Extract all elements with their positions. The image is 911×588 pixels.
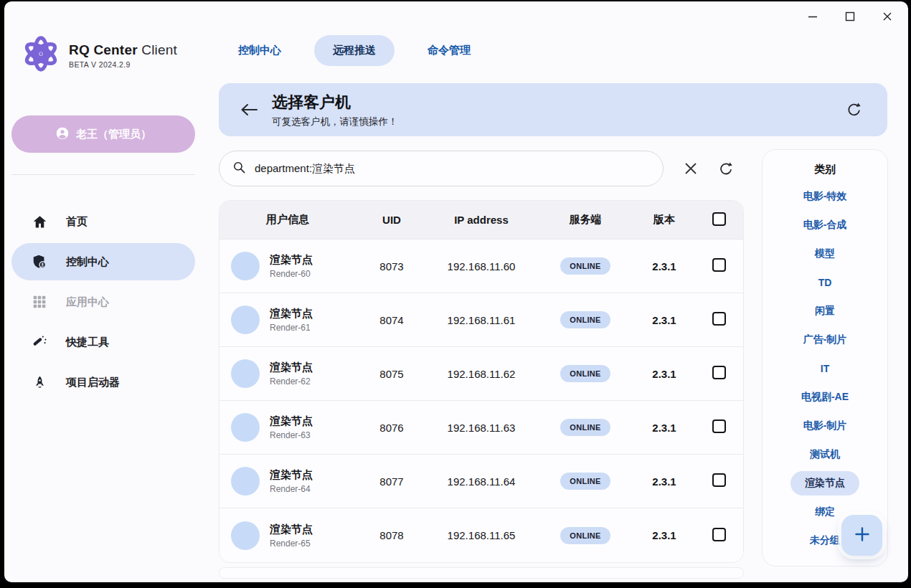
client-name: 渲染节点 bbox=[270, 414, 313, 428]
clear-search-icon[interactable] bbox=[679, 157, 702, 180]
client-version: 2.3.1 bbox=[636, 422, 693, 434]
row-checkbox[interactable] bbox=[712, 258, 726, 272]
client-ip: 192.168.11.64 bbox=[428, 475, 535, 488]
row-checkbox[interactable] bbox=[712, 528, 726, 541]
client-avatar bbox=[231, 305, 260, 334]
category-label: 绑定 bbox=[801, 500, 849, 524]
client-uid: 8073 bbox=[356, 260, 428, 272]
category-item[interactable]: 模型 bbox=[763, 240, 887, 268]
brand-name: RQ Center Client bbox=[69, 42, 177, 58]
client-hostname: Render-64 bbox=[270, 484, 313, 494]
client-uid: 8078 bbox=[356, 529, 428, 541]
tab-command-management[interactable]: 命令管理 bbox=[422, 35, 476, 66]
status-badge: ONLINE bbox=[560, 473, 610, 490]
client-uid: 8077 bbox=[356, 475, 428, 488]
sidebar-item-label: 项目启动器 bbox=[66, 376, 120, 389]
category-label: 电影-制片 bbox=[789, 414, 862, 438]
category-panel: 类别 电影-特效 电影-合成 模型 TD 闲置 广告-制片 bbox=[762, 149, 888, 566]
magic-wand-icon bbox=[32, 334, 47, 350]
plus-icon bbox=[854, 526, 871, 546]
category-item[interactable]: 广告-制片 bbox=[763, 326, 887, 354]
top-tabs: 控制中心 远程推送 命令管理 bbox=[232, 33, 476, 67]
row-checkbox[interactable] bbox=[712, 312, 726, 326]
client-hostname: Render-62 bbox=[270, 376, 313, 387]
status-badge: ONLINE bbox=[560, 419, 610, 436]
category-panel-title: 类别 bbox=[763, 163, 887, 176]
client-avatar bbox=[231, 521, 260, 550]
back-button[interactable] bbox=[236, 97, 262, 123]
tab-control-center[interactable]: 控制中心 bbox=[232, 35, 287, 66]
table-row: 渲染节点 Render-65 8078 192.168.11.65 ONLINE… bbox=[220, 508, 743, 562]
client-version: 2.3.1 bbox=[636, 314, 693, 326]
table-row: 渲染节点 Render-62 8075 192.168.11.62 ONLINE… bbox=[220, 347, 743, 401]
sidebar-item-project-launcher[interactable]: 项目启动器 bbox=[11, 364, 195, 401]
maximize-button[interactable] bbox=[842, 9, 858, 24]
category-item[interactable]: 电影-合成 bbox=[763, 211, 887, 240]
client-hostname: Render-61 bbox=[270, 323, 313, 333]
client-uid: 8076 bbox=[356, 422, 428, 434]
window-controls bbox=[796, 6, 904, 27]
sidebar: RQ Center Client BETA V 2024.2.9 老王（管理员）… bbox=[4, 1, 214, 582]
client-hostname: Render-65 bbox=[270, 539, 313, 549]
category-item[interactable]: 电视剧-AE bbox=[763, 383, 887, 412]
client-name: 渲染节点 bbox=[270, 307, 313, 321]
client-ip: 192.168.11.62 bbox=[428, 368, 535, 380]
category-label: 测试机 bbox=[796, 442, 854, 467]
category-item[interactable]: IT bbox=[763, 354, 887, 383]
status-badge: ONLINE bbox=[560, 365, 610, 382]
search-icon bbox=[232, 161, 246, 177]
category-item[interactable]: 电影-制片 bbox=[763, 412, 887, 440]
grid-icon bbox=[32, 294, 47, 310]
search-refresh-icon[interactable] bbox=[714, 157, 737, 180]
client-avatar bbox=[231, 252, 260, 280]
client-ip: 192.168.11.60 bbox=[428, 260, 535, 272]
category-label: 电影-特效 bbox=[789, 184, 862, 209]
sidebar-item-quick-tools[interactable]: 快捷工具 bbox=[11, 323, 195, 361]
category-label: 渲染节点 bbox=[790, 471, 859, 495]
search-input[interactable] bbox=[255, 163, 650, 175]
status-badge: ONLINE bbox=[560, 527, 610, 544]
select-all-checkbox[interactable] bbox=[712, 212, 726, 226]
client-avatar bbox=[231, 413, 260, 442]
next-card-peek bbox=[219, 567, 744, 579]
category-item[interactable]: 电影-特效 bbox=[763, 182, 887, 211]
sidebar-item-label: 快捷工具 bbox=[66, 336, 109, 349]
client-name: 渲染节点 bbox=[270, 523, 313, 536]
category-item[interactable]: TD bbox=[763, 268, 887, 297]
user-badge[interactable]: 老王（管理员） bbox=[11, 115, 195, 153]
user-name: 老王（管理员） bbox=[76, 128, 151, 141]
status-badge: ONLINE bbox=[560, 311, 610, 328]
client-avatar bbox=[231, 359, 260, 388]
minimize-button[interactable] bbox=[805, 9, 821, 24]
table-row: 渲染节点 Render-60 8073 192.168.11.60 ONLINE… bbox=[220, 240, 743, 293]
close-button[interactable] bbox=[879, 9, 895, 24]
app-logo: RQ Center Client BETA V 2024.2.9 bbox=[20, 33, 177, 77]
column-user-info: 用户信息 bbox=[220, 213, 356, 227]
category-item[interactable]: 测试机 bbox=[763, 440, 887, 469]
row-checkbox[interactable] bbox=[712, 366, 726, 379]
add-category-button[interactable] bbox=[841, 515, 882, 556]
client-table: 用户信息 UID IP address 服务端 版本 渲染节点 Render-6… bbox=[219, 200, 744, 563]
client-uid: 8074 bbox=[356, 314, 428, 326]
category-label: 电影-合成 bbox=[789, 213, 862, 237]
search-box[interactable] bbox=[219, 151, 664, 186]
sidebar-item-label: 应用中心 bbox=[66, 295, 109, 309]
client-version: 2.3.1 bbox=[636, 529, 693, 541]
user-icon bbox=[55, 126, 70, 143]
tab-remote-push[interactable]: 远程推送 bbox=[314, 35, 395, 66]
page-title: 选择客户机 bbox=[272, 92, 398, 113]
sidebar-item-app-center: 应用中心 bbox=[11, 283, 195, 321]
column-uid: UID bbox=[356, 214, 428, 226]
sidebar-item-control-center[interactable]: 控制中心 bbox=[11, 243, 195, 280]
category-item[interactable]: 闲置 bbox=[763, 297, 887, 326]
row-checkbox[interactable] bbox=[712, 473, 726, 487]
client-uid: 8075 bbox=[356, 368, 428, 380]
category-item[interactable]: 渲染节点 bbox=[763, 469, 887, 498]
table-row: 渲染节点 Render-64 8077 192.168.11.64 ONLINE… bbox=[220, 455, 743, 508]
sidebar-item-home[interactable]: 首页 bbox=[11, 203, 195, 240]
sidebar-item-label: 首页 bbox=[66, 215, 88, 229]
category-label: 电视剧-AE bbox=[787, 385, 863, 409]
row-checkbox[interactable] bbox=[712, 419, 726, 433]
refresh-icon[interactable] bbox=[841, 98, 866, 122]
client-version: 2.3.1 bbox=[636, 260, 693, 272]
